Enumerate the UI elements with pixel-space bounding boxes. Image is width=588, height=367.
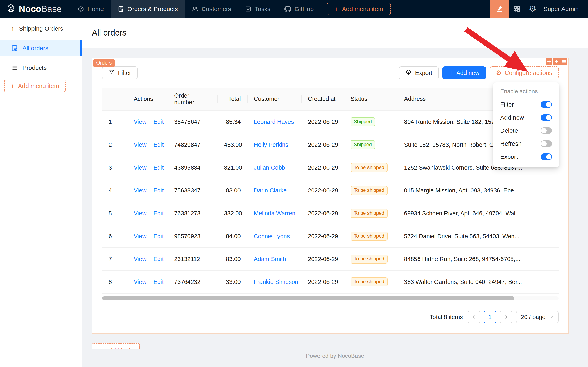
view-link[interactable]: View — [134, 279, 146, 285]
status-badge: Shipped — [351, 117, 375, 126]
address-cell: 5724 Daniel Drive, Suite 563, 54403, Wen… — [397, 225, 559, 248]
add-new-toggle[interactable] — [541, 114, 552, 121]
total-cell: 85.34 — [218, 110, 247, 133]
configure-actions-button[interactable]: ⚙ Configure actions — [490, 66, 559, 79]
nav-item-tasks[interactable]: Tasks — [238, 0, 277, 18]
arrow-up-icon: ↑ — [11, 25, 15, 32]
customer-link[interactable]: Julian Cobb — [254, 164, 285, 171]
page-size-select[interactable]: 20 / page — [516, 311, 559, 323]
list-icon — [11, 64, 18, 71]
nav-item-orders-products[interactable]: Orders & Products — [111, 0, 185, 18]
total-cell: 83.00 — [218, 179, 247, 202]
select-all-checkbox[interactable] — [109, 95, 109, 102]
pagination-page-1[interactable]: 1 — [484, 311, 496, 323]
nav-item-github[interactable]: GitHub — [277, 0, 320, 18]
table-row: 3 ViewEdit 43895834 321.00 Julian Cobb 2… — [102, 156, 559, 179]
created-at-cell: 2022-06-29 — [301, 133, 344, 156]
enable-action-add-new[interactable]: Add new — [497, 111, 555, 124]
pagination-next-button[interactable] — [500, 311, 512, 323]
plus-icon: + — [11, 83, 15, 89]
pagination: Total 8 items 1 20 / page — [102, 311, 559, 323]
add-block-button[interactable]: + Add block — [92, 343, 140, 349]
customer-link[interactable]: Connie Lyons — [254, 233, 290, 239]
table-row: 8 ViewEdit 73764232 33.00 Frankie Simpso… — [102, 270, 559, 293]
orders-table: Actions Order number Total Customer Crea… — [102, 88, 559, 300]
view-link[interactable]: View — [134, 187, 146, 194]
ui-editor-button[interactable] — [490, 0, 509, 18]
table-row: 7 ViewEdit 23132112 83.00 Adam Smith 202… — [102, 248, 559, 270]
sidebar-item-shipping-orders[interactable]: ↑ Shipping Orders — [0, 20, 82, 37]
view-link[interactable]: View — [134, 233, 146, 239]
chevron-down-icon — [549, 315, 554, 319]
pagination-prev-button[interactable] — [468, 311, 480, 323]
home-smiley-icon — [78, 6, 84, 12]
edit-link[interactable]: Edit — [153, 164, 164, 171]
drag-move-icon[interactable] — [546, 58, 553, 65]
settings-gear-icon[interactable]: ⚙ — [525, 0, 540, 18]
customer-link[interactable]: Frankie Simpson — [254, 279, 298, 285]
column-header-created-at: Created at — [301, 88, 344, 110]
customer-link[interactable]: Adam Smith — [254, 256, 286, 262]
row-index: 6 — [102, 225, 127, 248]
page-title: All orders — [92, 28, 126, 37]
main-menu: Home Orders & Products Customers Tasks — [71, 0, 391, 18]
top-navbar: NocoBase Home Orders & Products Cust — [0, 0, 588, 18]
row-index: 4 — [102, 179, 127, 202]
plugin-manager-icon[interactable] — [509, 0, 525, 18]
page-header: All orders — [82, 18, 588, 48]
add-new-button[interactable]: + Add new — [442, 66, 486, 79]
edit-link[interactable]: Edit — [153, 256, 164, 262]
row-index: 2 — [102, 133, 127, 156]
created-at-cell: 2022-06-29 — [301, 248, 344, 270]
view-link[interactable]: View — [134, 256, 146, 262]
edit-link[interactable]: Edit — [153, 187, 164, 194]
customer-link[interactable]: Leonard Hayes — [254, 119, 294, 125]
horizontal-scrollbar-thumb[interactable] — [102, 296, 514, 300]
view-link[interactable]: View — [134, 119, 146, 125]
add-menu-item-button-top[interactable]: + Add menu item — [327, 3, 391, 15]
view-link[interactable]: View — [134, 210, 146, 217]
sidebar-item-products[interactable]: Products — [0, 60, 82, 76]
enable-action-refresh[interactable]: Refresh — [497, 137, 555, 150]
customer-link[interactable]: Melinda Warren — [254, 210, 295, 217]
edit-link[interactable]: Edit — [153, 142, 164, 148]
total-cell: 83.00 — [218, 248, 247, 270]
edit-link[interactable]: Edit — [153, 233, 164, 239]
add-menu-item-button-side[interactable]: + Add menu item — [4, 80, 66, 92]
gear-icon: ⚙ — [496, 70, 502, 76]
filter-toggle[interactable] — [541, 101, 552, 108]
status-badge: To be shipped — [351, 163, 387, 172]
sidebar-item-all-orders[interactable]: All orders — [0, 40, 82, 56]
table-row: 4 ViewEdit 75638347 83.00 Darin Clarke 2… — [102, 179, 559, 202]
order-number-cell: 74829847 — [168, 133, 218, 156]
view-link[interactable]: View — [134, 164, 146, 171]
filter-button[interactable]: Filter — [102, 66, 138, 79]
user-menu[interactable]: Super Admin — [540, 6, 588, 12]
created-at-cell: 2022-06-29 — [301, 225, 344, 248]
enable-actions-dropdown: Enable actions Filter Add new Delete — [493, 83, 559, 167]
customer-link[interactable]: Holly Perkins — [254, 142, 288, 148]
nav-item-customers[interactable]: Customers — [185, 0, 238, 18]
delete-toggle[interactable] — [541, 127, 552, 134]
add-block-plus-icon[interactable] — [553, 58, 560, 65]
edit-link[interactable]: Edit — [153, 119, 164, 125]
column-header-total: Total — [218, 88, 247, 110]
refresh-toggle[interactable] — [541, 141, 552, 147]
logo[interactable]: NocoBase — [0, 3, 71, 15]
enable-action-filter[interactable]: Filter — [497, 98, 555, 111]
export-button[interactable]: Export — [399, 66, 439, 79]
export-toggle[interactable] — [541, 153, 552, 160]
customer-link[interactable]: Darin Clarke — [254, 187, 287, 194]
edit-link[interactable]: Edit — [153, 279, 164, 285]
edit-link[interactable]: Edit — [153, 210, 164, 217]
column-header-customer: Customer — [247, 88, 301, 110]
view-link[interactable]: View — [134, 142, 146, 148]
row-index: 3 — [102, 156, 127, 179]
total-cell: 84.00 — [218, 225, 247, 248]
total-cell: 33.00 — [218, 270, 247, 293]
created-at-cell: 2022-06-29 — [301, 270, 344, 293]
block-menu-icon[interactable] — [560, 58, 567, 65]
enable-action-delete[interactable]: Delete — [497, 124, 555, 137]
nav-item-home[interactable]: Home — [71, 0, 111, 18]
enable-action-export[interactable]: Export — [497, 150, 555, 163]
